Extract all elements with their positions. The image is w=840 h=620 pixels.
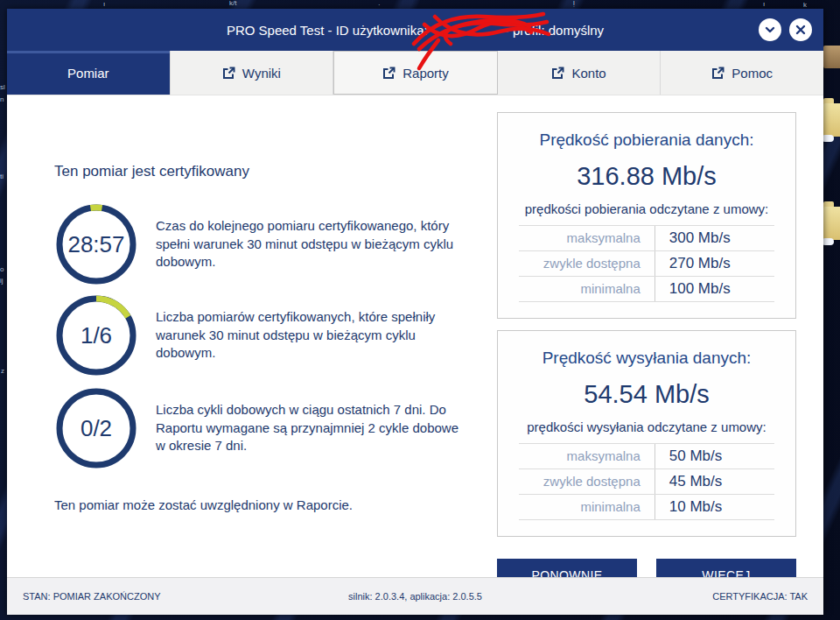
desktop-text-speck: sl [0, 84, 5, 91]
desktop-text-speck: ij [0, 278, 4, 285]
results-column: Prędkość pobierania danych: 316.88 Mb/s … [497, 112, 796, 592]
upload-contract-table: maksymalna 50 Mb/s zwykle dostępna 45 Mb… [519, 443, 774, 520]
upload-value: 54.54 Mb/s [507, 380, 787, 409]
title-bar: PRO Speed Test - ID użytkownika: - profi… [7, 9, 823, 51]
table-row: minimalna 10 Mb/s [519, 494, 774, 520]
report-eligibility-note: Ten pomiar może zostać uwzględniony w Ra… [54, 497, 353, 512]
time-remaining-value: 28:57 [56, 204, 136, 285]
folder-icon[interactable] [823, 98, 840, 137]
window-controls [759, 18, 812, 41]
close-icon [795, 25, 806, 35]
folder-icon[interactable] [823, 46, 840, 68]
upload-contract-subtitle: prędkości wysyłania odczytane z umowy: [507, 419, 787, 434]
desktop-text-speck: o [0, 266, 4, 273]
app-window: PRO Speed Test - ID użytkownika: - profi… [7, 9, 823, 615]
row-value: 50 Mb/s [654, 444, 774, 469]
certified-count-gauge: 1/6 [56, 295, 136, 376]
tab-label: Wyniki [242, 66, 281, 81]
desktop-text-speck: ļ [573, 0, 575, 7]
status-bar: STAN: POMIAR ZAKOŃCZONY silnik: 2.0.3.4,… [7, 577, 823, 615]
table-row: maksymalna 300 Mb/s [519, 225, 774, 250]
tab-label: Pomoc [732, 66, 773, 81]
tab-bar: Pomiar Wyniki Raporty Konto Pomoc [7, 51, 823, 95]
desktop-text-speck: k/t [229, 0, 236, 7]
desktop-text-speck: n [0, 96, 4, 103]
gauge-row-count: 1/6 Liczba pomiarów certyfikowanych, któ… [56, 295, 474, 376]
row-value: 10 Mb/s [654, 495, 774, 519]
tab-pomiar[interactable]: Pomiar [7, 51, 171, 95]
row-label: minimalna [519, 277, 654, 301]
certification-headline: Ten pomiar jest certyfikowany [54, 163, 249, 180]
external-link-icon [711, 67, 724, 80]
tab-wyniki[interactable]: Wyniki [171, 51, 334, 95]
table-row: maksymalna 50 Mb/s [519, 443, 774, 469]
certified-count-description: Liczba pomiarów certyfikowanych, które s… [156, 308, 464, 362]
desktop-text-speck: ı [763, 1, 765, 8]
window-title-suffix: - profil: domyślny [505, 23, 604, 38]
tab-pomoc[interactable]: Pomoc [661, 51, 823, 95]
external-link-icon [382, 67, 396, 80]
tab-konto[interactable]: Konto [498, 51, 662, 95]
chevron-down-icon [764, 24, 776, 36]
external-link-icon [551, 67, 564, 80]
row-value: 45 Mb/s [654, 469, 774, 494]
row-value: 300 Mb/s [654, 226, 774, 250]
certified-count-value: 1/6 [56, 295, 136, 376]
row-label: minimalna [519, 495, 654, 519]
tab-label: Raporty [402, 66, 449, 81]
gauge-row-time: 28:57 Czas do kolejnego pomiaru certyfik… [56, 204, 474, 285]
row-label: maksymalna [519, 444, 654, 469]
tab-label: Pomiar [67, 66, 109, 81]
table-row: minimalna 100 Mb/s [519, 276, 774, 302]
desktop-text-speck: ti [0, 173, 4, 180]
row-label: zwykle dostępna [519, 251, 654, 276]
table-row: zwykle dostępna 270 Mb/s [519, 250, 774, 276]
desktop-text-speck: k [803, 2, 807, 9]
status-versions: silnik: 2.0.3.4, aplikacja: 2.0.5.5 [348, 591, 482, 602]
daily-cycles-value: 0/2 [56, 388, 136, 469]
status-certification: CERTYFIKACJA: TAK [712, 591, 808, 602]
download-value: 316.88 Mb/s [507, 162, 787, 191]
folder-icon[interactable] [823, 201, 840, 240]
time-remaining-gauge: 28:57 [56, 204, 136, 285]
table-row: zwykle dostępna 45 Mb/s [519, 469, 774, 494]
row-label: zwykle dostępna [519, 469, 654, 494]
close-button[interactable] [789, 18, 812, 41]
row-value: 100 Mb/s [654, 277, 774, 301]
minimize-button[interactable] [759, 18, 781, 41]
desktop-text-speck: z [1, 368, 4, 375]
measurement-panel: Ten pomiar jest certyfikowany 28:57 Czas… [7, 95, 823, 577]
gauge-row-cycles: 0/2 Liczba cykli dobowych w ciągu ostatn… [56, 388, 474, 469]
upload-title: Prędkość wysyłania danych: [507, 349, 787, 368]
download-contract-table: maksymalna 300 Mb/s zwykle dostępna 270 … [519, 225, 774, 302]
time-remaining-description: Czas do kolejnego pomiaru certyfikowaneg… [156, 217, 464, 271]
upload-speed-box: Prędkość wysyłania danych: 54.54 Mb/s pr… [497, 330, 796, 537]
status-state: STAN: POMIAR ZAKOŃCZONY [23, 591, 160, 602]
row-label: maksymalna [519, 226, 654, 250]
daily-cycles-gauge: 0/2 [56, 388, 136, 469]
row-value: 270 Mb/s [654, 251, 774, 276]
tab-label: Konto [571, 66, 606, 81]
desktop-text-speck: · [378, 2, 381, 9]
daily-cycles-description: Liczba cykli dobowych w ciągu ostatnich … [156, 401, 464, 454]
external-link-icon [222, 67, 235, 80]
desktop-text-speck: ı [103, 1, 105, 8]
download-contract-subtitle: prędkości pobierania odczytane z umowy: [507, 201, 787, 216]
download-speed-box: Prędkość pobierania danych: 316.88 Mb/s … [497, 112, 796, 319]
download-title: Prędkość pobierania danych: [507, 130, 787, 150]
tab-raporty[interactable]: Raporty [333, 51, 498, 95]
window-title-prefix: PRO Speed Test - ID użytkownika: [227, 23, 428, 38]
